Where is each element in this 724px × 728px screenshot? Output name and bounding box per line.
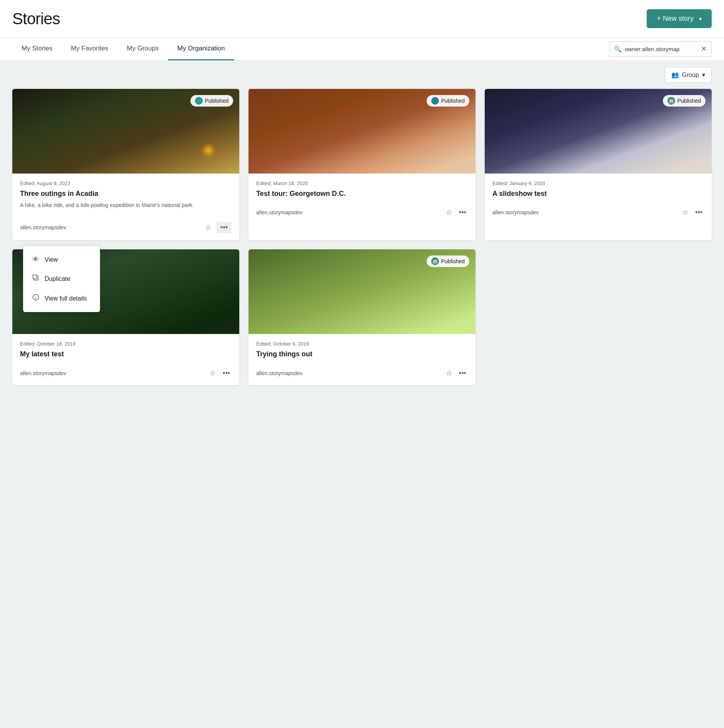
card-acadia: 🌐 Published Edited: August 9, 2023 Three…: [12, 89, 239, 240]
card-edited: Edited: August 9, 2023: [20, 180, 232, 186]
card-image-slideshow: 🏢 Published: [485, 89, 712, 174]
tab-my-groups[interactable]: My Groups: [118, 38, 168, 60]
page-title: Stories: [12, 10, 60, 28]
published-badge-georgetown: 👤 Published: [427, 95, 470, 107]
card-tryingout: 🏢 Published Edited: October 9, 2019 Tryi…: [249, 249, 475, 385]
favorite-button[interactable]: ☆: [208, 368, 217, 378]
card-actions: ☆ •••: [444, 207, 468, 217]
cards-grid: 🌐 Published Edited: August 9, 2023 Three…: [0, 89, 724, 401]
published-badge-acadia: 🌐 Published: [190, 95, 234, 107]
more-options-button[interactable]: •••: [457, 207, 468, 217]
card-title: Trying things out: [256, 350, 468, 359]
duplicate-icon: [32, 274, 39, 283]
globe-icon: 🌐: [195, 97, 203, 105]
person-icon: 👤: [431, 97, 439, 105]
favorite-button[interactable]: ☆: [444, 207, 454, 217]
card-author: allen.storymapsdev: [492, 209, 539, 215]
tab-my-favorites[interactable]: My Favorites: [62, 38, 117, 60]
card-footer-georgetown: allen.storymapsdev ☆ •••: [249, 207, 475, 224]
search-input[interactable]: [625, 46, 698, 52]
new-story-button[interactable]: + New story ▾: [647, 9, 712, 28]
group-label: Group: [682, 72, 699, 78]
published-badge-slideshow: 🏢 Published: [663, 95, 706, 107]
card-image-georgetown: 👤 Published: [249, 89, 475, 174]
dropdown-menu: 👁 View Duplicate i View full details: [23, 246, 100, 312]
more-options-button[interactable]: •••: [457, 368, 468, 378]
clear-search-button[interactable]: ✕: [701, 45, 707, 53]
view-icon: 👁: [32, 255, 39, 264]
card-slideshow: 🏢 Published Edited: January 6, 2020 A sl…: [485, 89, 712, 240]
card-body-tryingout: Edited: October 9, 2019 Trying things ou…: [249, 334, 475, 368]
card-title: A slideshow test: [492, 189, 704, 198]
card-footer-slideshow: allen.storymapsdev ☆ •••: [485, 207, 712, 224]
search-icon: 🔍: [614, 45, 622, 53]
nav-tabs: My Stories My Favorites My Groups My Org…: [12, 38, 234, 60]
new-story-label: + New story: [657, 15, 694, 23]
menu-item-view-label: View: [45, 256, 58, 263]
card-actions: ☆ •••: [204, 222, 232, 233]
published-label: Published: [441, 98, 465, 104]
favorite-button[interactable]: ☆: [681, 207, 690, 217]
card-actions: ☆ •••: [208, 368, 232, 378]
group-chevron-icon: ▾: [702, 71, 705, 78]
toolbar: 👥 Group ▾: [0, 61, 724, 89]
chevron-down-icon: ▾: [699, 16, 702, 22]
published-badge-tryingout: 🏢 Published: [427, 255, 470, 267]
card-body-latestest: Edited: October 18, 2019 My latest test: [12, 334, 239, 368]
search-box: 🔍 ✕: [609, 41, 712, 57]
card-actions: ☆ •••: [444, 368, 468, 378]
tab-my-stories[interactable]: My Stories: [12, 38, 62, 60]
menu-item-view-full-details[interactable]: i View full details: [23, 289, 100, 308]
card-edited: Edited: March 18, 2020: [256, 180, 468, 186]
tab-my-organization[interactable]: My Organization: [168, 38, 234, 60]
card-author: allen.storymapsdev: [256, 209, 303, 215]
card-footer-tryingout: allen.storymapsdev ☆ •••: [249, 368, 475, 385]
svg-rect-1: [33, 275, 37, 279]
menu-item-view-full-details-label: View full details: [45, 295, 87, 302]
menu-item-view[interactable]: 👁 View: [23, 250, 100, 269]
card-edited: Edited: October 9, 2019: [256, 341, 468, 347]
group-icon: 👥: [671, 71, 679, 78]
published-label: Published: [677, 98, 701, 104]
more-options-button[interactable]: •••: [221, 368, 232, 378]
card-title: Three outings in Acadia: [20, 189, 232, 198]
more-options-button[interactable]: •••: [694, 207, 704, 217]
card-author: allen.storymapsdev: [20, 370, 67, 376]
card-body-slideshow: Edited: January 6, 2020 A slideshow test: [485, 174, 712, 207]
card-author: allen.storymapsdev: [256, 370, 303, 376]
svg-text:i: i: [35, 296, 37, 300]
favorite-button[interactable]: ☆: [204, 222, 213, 232]
menu-item-duplicate[interactable]: Duplicate: [23, 269, 100, 289]
building-icon: 🏢: [431, 257, 439, 265]
favorite-button[interactable]: ☆: [444, 368, 454, 378]
card-edited: Edited: October 18, 2019: [20, 341, 232, 347]
card-title: Test tour: Georgetown D.C.: [256, 189, 468, 198]
building-icon: 🏢: [667, 97, 675, 105]
published-label: Published: [441, 258, 465, 264]
published-label: Published: [205, 98, 229, 104]
card-body-acadia: Edited: August 9, 2023 Three outings in …: [12, 174, 239, 222]
card-footer-acadia: allen.storymapsdev ☆ •••: [12, 222, 239, 240]
info-icon: i: [32, 294, 39, 303]
more-options-button[interactable]: •••: [217, 222, 232, 233]
card-actions: ☆ •••: [681, 207, 704, 217]
group-button[interactable]: 👥 Group ▾: [665, 67, 712, 83]
card-desc: A hike, a bike ride, and a tide-pooling …: [20, 201, 232, 209]
card-author: allen.storymapsdev: [20, 224, 67, 230]
card-image-tryingout: 🏢 Published: [249, 249, 475, 334]
header: Stories + New story ▾: [0, 0, 724, 38]
menu-item-duplicate-label: Duplicate: [45, 276, 70, 282]
card-georgetown: 👤 Published Edited: March 18, 2020 Test …: [249, 89, 475, 240]
card-body-georgetown: Edited: March 18, 2020 Test tour: George…: [249, 174, 475, 207]
card-edited: Edited: January 6, 2020: [492, 180, 704, 186]
card-title: My latest test: [20, 350, 232, 359]
card-footer-latestest: allen.storymapsdev ☆ •••: [12, 368, 239, 385]
card-image-acadia: 🌐 Published: [12, 89, 239, 174]
nav-bar: My Stories My Favorites My Groups My Org…: [0, 38, 724, 61]
